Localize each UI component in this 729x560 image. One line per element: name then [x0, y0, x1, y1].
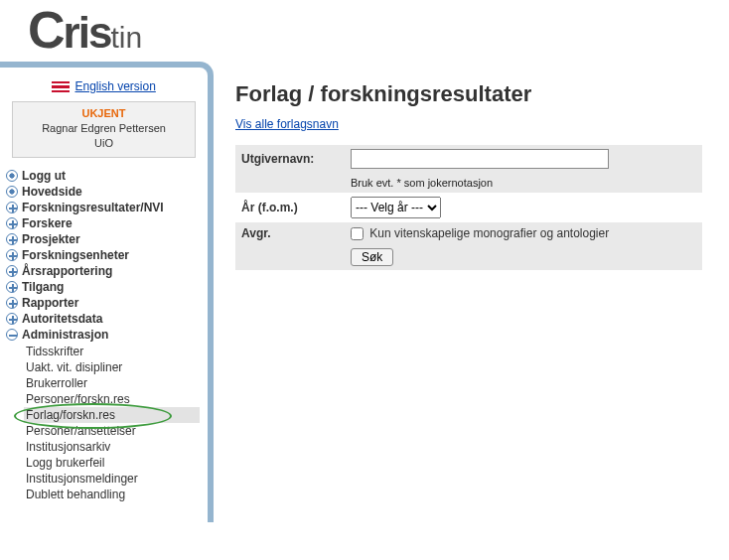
wildcard-hint: Bruk evt. * som jokernotasjon	[345, 173, 702, 193]
search-form: Utgivernavn: Bruk evt. * som jokernotasj…	[235, 145, 702, 270]
nav-item[interactable]: Hovedside	[6, 184, 206, 200]
monograph-checkbox[interactable]	[351, 227, 364, 240]
year-label: År (f.o.m.)	[235, 193, 345, 222]
nav-item[interactable]: Rapporter	[6, 295, 206, 311]
user-org: UiO	[15, 136, 193, 151]
subnav-item[interactable]: Uakt. vit. disipliner	[26, 359, 206, 375]
logo: Cristin	[28, 8, 142, 57]
nav-label: Hovedside	[22, 185, 82, 199]
expand-icon	[6, 297, 18, 309]
nav-item[interactable]: Administrasjon	[6, 327, 206, 343]
subnav-item[interactable]: Brukerroller	[26, 375, 206, 391]
subnav: TidsskrifterUakt. vit. disiplinerBrukerr…	[26, 344, 206, 502]
nav-label: Forskningsenheter	[22, 248, 129, 262]
subnav-item[interactable]: Personer/forskn.res	[26, 391, 206, 407]
sidebar: English version UKJENT Ragnar Edgren Pet…	[0, 62, 214, 522]
nav-label: Forskere	[22, 216, 73, 230]
subnav-item[interactable]: Logg brukerfeil	[26, 455, 206, 471]
nav-label: Forskningsresultater/NVI	[22, 201, 164, 214]
nav-label: Prosjekter	[22, 232, 80, 246]
nav-label: Årsrapportering	[22, 264, 112, 278]
user-name: Ragnar Edgren Pettersen	[15, 121, 193, 136]
publisher-input[interactable]	[351, 149, 609, 169]
logo-c: C	[28, 1, 64, 59]
bullet-icon	[6, 170, 18, 182]
expand-icon	[6, 313, 18, 325]
subnav-item[interactable]: Personer/ansettelser	[26, 423, 206, 439]
nav-item[interactable]: Forskningsresultater/NVI	[6, 200, 206, 215]
nav-item[interactable]: Autoritetsdata	[6, 311, 206, 327]
nav-label: Autoritetsdata	[22, 312, 102, 326]
publisher-label: Utgivernavn:	[235, 145, 345, 173]
english-link[interactable]: English version	[74, 79, 155, 93]
nav-item[interactable]: Forskningsenheter	[6, 247, 206, 263]
user-status: UKJENT	[15, 106, 193, 121]
logo-tin: tin	[110, 21, 142, 54]
nav-label: Tilgang	[22, 280, 64, 294]
nav-item[interactable]: Tilgang	[6, 279, 206, 295]
year-select[interactable]: --- Velg år ---	[351, 197, 441, 218]
expand-icon	[6, 249, 18, 261]
expand-icon	[6, 281, 18, 293]
subnav-item[interactable]: Dublett behandling	[26, 487, 206, 502]
user-box: UKJENT Ragnar Edgren Pettersen UiO	[12, 101, 196, 158]
collapse-icon	[6, 329, 18, 341]
nav-item[interactable]: Årsrapportering	[6, 263, 206, 279]
subnav-item[interactable]: Forlag/forskn.res	[24, 407, 200, 423]
nav-label: Rapporter	[22, 296, 78, 310]
nav-label: Administrasjon	[22, 328, 108, 342]
nav-item[interactable]: Logg ut	[6, 168, 206, 184]
subnav-item[interactable]: Tidsskrifter	[26, 344, 206, 359]
search-button[interactable]: Søk	[351, 248, 393, 266]
limit-label: Avgr.	[235, 222, 345, 244]
nav-item[interactable]: Prosjekter	[6, 231, 206, 247]
page-title: Forlag / forskningsresultater	[235, 81, 717, 107]
checkbox-text: Kun vitenskapelige monografier og antolo…	[369, 226, 609, 240]
nav-item[interactable]: Forskere	[6, 215, 206, 231]
language-switch: English version	[2, 79, 206, 93]
main-nav: Logg utHovedsideForskningsresultater/NVI…	[6, 168, 206, 502]
uk-flag-icon	[52, 81, 70, 92]
bullet-icon	[6, 186, 18, 198]
subnav-item[interactable]: Institusjonsmeldinger	[26, 471, 206, 487]
main-content: Forlag / forskningsresultater Vis alle f…	[214, 62, 729, 270]
expand-icon	[6, 233, 18, 245]
logo-ris: ris	[64, 8, 111, 57]
expand-icon	[6, 202, 18, 213]
monograph-checkbox-label[interactable]: Kun vitenskapelige monografier og antolo…	[351, 226, 609, 240]
nav-label: Logg ut	[22, 169, 66, 183]
expand-icon	[6, 217, 18, 229]
show-all-link[interactable]: Vis alle forlagsnavn	[235, 117, 339, 131]
subnav-item[interactable]: Institusjonsarkiv	[26, 439, 206, 455]
expand-icon	[6, 265, 18, 277]
